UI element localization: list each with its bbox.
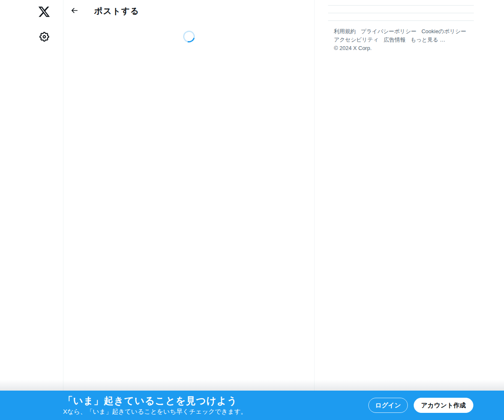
back-button[interactable]	[67, 4, 81, 18]
x-logo-button[interactable]	[35, 3, 53, 21]
legal-footer: 利用規約 プライバシーポリシー Cookieのポリシー アクセシビリティ 広告情…	[328, 27, 474, 52]
banner-buttons: ログイン アカウント作成	[368, 398, 473, 413]
footer-link-ads-info[interactable]: 広告情報	[383, 36, 405, 44]
right-sidebar: 利用規約 プライバシーポリシー Cookieのポリシー アクセシビリティ 広告情…	[328, 0, 474, 391]
arrow-left-icon	[70, 6, 79, 16]
page-title: ポストする	[94, 5, 139, 17]
signup-banner: 「いま」起きていることを見つけよう Xなら、「いま」起きていることをいち早くチェ…	[0, 391, 504, 420]
footer-link-accessibility[interactable]: アクセシビリティ	[334, 36, 378, 44]
footer-link-privacy[interactable]: プライバシーポリシー	[361, 27, 416, 36]
skeleton-divider	[328, 13, 474, 13]
copyright-text: © 2024 X Corp.	[334, 44, 372, 52]
login-button[interactable]: ログイン	[368, 398, 408, 413]
gear-icon	[39, 31, 50, 42]
footer-link-terms[interactable]: 利用規約	[334, 27, 356, 36]
skeleton-divider	[328, 20, 474, 21]
banner-title: 「いま」起きていることを見つけよう	[63, 395, 247, 407]
create-account-button[interactable]: アカウント作成	[414, 398, 473, 413]
left-rail	[0, 0, 63, 391]
footer-links-nav: 利用規約 プライバシーポリシー Cookieのポリシー アクセシビリティ 広告情…	[334, 27, 468, 52]
banner-subtitle: Xなら、「いま」起きていることをいち早くチェックできます。	[63, 407, 247, 415]
footer-link-more[interactable]: もっと見る …	[410, 36, 445, 44]
banner-text-block: 「いま」起きていることを見つけよう Xなら、「いま」起きていることをいち早くチェ…	[63, 395, 247, 415]
page-header: ポストする	[63, 0, 314, 22]
loading-spinner	[181, 29, 197, 45]
main-column: ポストする	[63, 0, 315, 391]
x-logo-icon	[38, 5, 50, 18]
settings-button[interactable]	[36, 29, 52, 45]
x-guest-compose-page: ポストする 利用規約 プライバシーポリシー Cookieのポリシー アクセシビリ…	[0, 0, 504, 420]
footer-link-cookies[interactable]: Cookieのポリシー	[421, 27, 466, 36]
skeleton-divider	[328, 5, 474, 6]
